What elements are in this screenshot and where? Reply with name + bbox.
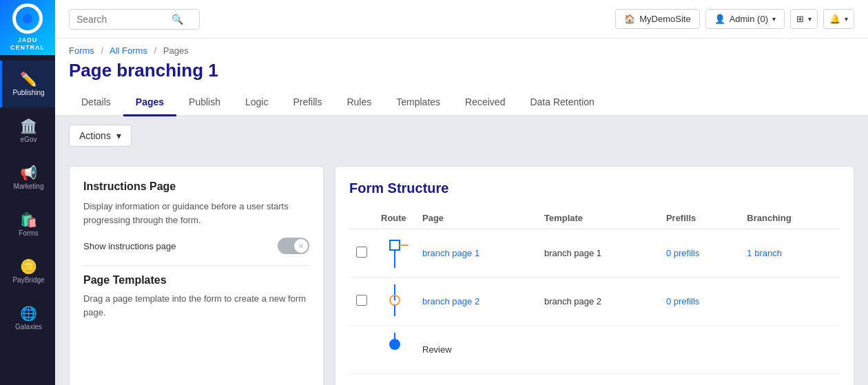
marketing-icon: 📢: [20, 166, 37, 180]
left-panel: Instructions Page Display information or…: [69, 166, 324, 385]
col-page: Page: [415, 207, 537, 229]
show-instructions-toggle[interactable]: ✕: [278, 238, 309, 254]
structure-table: Route Page Template Prefills Branching b…: [349, 207, 840, 374]
svg-rect-0: [390, 240, 400, 250]
galaxies-icon: 🌐: [20, 306, 37, 320]
prefills-cell: 0 prefills: [659, 229, 740, 278]
tab-pages[interactable]: Pages: [123, 90, 176, 116]
toggle-knob: ✕: [294, 239, 308, 253]
admin-dropdown-button[interactable]: 👤 Admin (0) ▾: [705, 9, 785, 29]
site-name-label: MyDemoSite: [639, 14, 690, 24]
row-checkbox-cell: [349, 278, 374, 326]
page-cell: branch page 1: [415, 229, 537, 278]
svg-point-7: [390, 340, 400, 349]
sidebar-item-label: PayBridge: [12, 276, 44, 284]
brand-name: JADU CENTRAL: [10, 37, 45, 52]
breadcrumb-sep: /: [154, 45, 157, 56]
route-diagram-icon: [381, 333, 409, 364]
table-row: branch page 2branch page 20 prefills: [349, 278, 840, 326]
sidebar-item-label: Galaxies: [15, 323, 42, 331]
sidebar-item-publishing[interactable]: ✏️ Publishing: [0, 61, 55, 107]
route-cell: [374, 326, 415, 374]
sidebar-item-egov[interactable]: 🏛️ eGov: [0, 107, 55, 154]
prefills-cell: [659, 326, 740, 374]
sidebar-nav: ✏️ Publishing 🏛️ eGov 📢 Marketing 🛍️ For…: [0, 55, 55, 342]
sidebar-logo[interactable]: JADU CENTRAL: [0, 0, 55, 55]
actions-caret-icon: ▾: [116, 130, 121, 141]
site-selector-button[interactable]: 🏠 MyDemoSite: [615, 9, 699, 29]
grid-menu-button[interactable]: ⊞ ▾: [790, 9, 818, 29]
forms-icon: 🛍️: [20, 213, 37, 227]
page-templates-title: Page Templates: [83, 274, 309, 287]
prefills-link[interactable]: 0 prefills: [666, 248, 699, 258]
sidebar-item-forms[interactable]: 🛍️ Forms: [0, 201, 55, 248]
tab-publish[interactable]: Publish: [176, 90, 233, 116]
notification-button[interactable]: 🔔 ▾: [823, 9, 854, 29]
form-structure-title: Form Structure: [349, 180, 840, 196]
search-input[interactable]: [76, 14, 166, 25]
actions-label: Actions: [79, 130, 111, 141]
breadcrumb-forms-link[interactable]: Forms: [69, 45, 94, 56]
tab-received[interactable]: Received: [453, 90, 517, 116]
branching-cell: [740, 278, 840, 326]
branching-link[interactable]: 1 branch: [747, 248, 782, 258]
table-row: Review: [349, 326, 840, 374]
topbar-right: 🏠 MyDemoSite 👤 Admin (0) ▾ ⊞ ▾ 🔔 ▾: [615, 9, 854, 29]
admin-label: Admin (0): [730, 14, 768, 24]
sidebar-item-label: Forms: [19, 229, 38, 237]
route-diagram-icon: [381, 236, 409, 268]
tab-templates[interactable]: Templates: [384, 90, 453, 116]
chevron-down-icon: ▾: [845, 15, 848, 23]
instructions-desc: Display information or guidance before a…: [83, 200, 309, 227]
logo-inner-circle: [23, 14, 32, 23]
sidebar-item-marketing[interactable]: 📢 Marketing: [0, 154, 55, 201]
sidebar-item-galaxies[interactable]: 🌐 Galaxies: [0, 295, 55, 342]
notification-wrap: 🔔 ▾: [823, 9, 854, 29]
tab-details[interactable]: Details: [69, 90, 123, 116]
template-cell: branch page 2: [537, 278, 659, 326]
prefills-cell: 0 prefills: [659, 278, 740, 326]
page-name: Review: [415, 326, 537, 374]
tab-rules[interactable]: Rules: [334, 90, 384, 116]
search-box[interactable]: 🔍: [69, 9, 200, 30]
tab-logic[interactable]: Logic: [233, 90, 280, 116]
chevron-down-icon: ▾: [808, 15, 812, 23]
page-body: Forms / All Forms / Pages Page branching…: [55, 39, 868, 385]
show-instructions-row: Show instructions page ✕: [83, 238, 309, 254]
panel-divider: [83, 265, 309, 266]
main-content: 🔍 🏠 MyDemoSite 👤 Admin (0) ▾ ⊞ ▾ 🔔 ▾: [55, 0, 868, 385]
row-checkbox[interactable]: [356, 247, 367, 258]
search-icon: 🔍: [172, 14, 183, 25]
col-route: Route: [374, 207, 415, 229]
bell-icon: 🔔: [829, 14, 840, 24]
breadcrumb-allforms-link[interactable]: All Forms: [110, 45, 147, 56]
route-cell: [374, 278, 415, 326]
breadcrumb-current: Pages: [163, 45, 189, 56]
template-cell: [537, 326, 659, 374]
col-template: Template: [537, 207, 659, 229]
tab-prefills[interactable]: Prefills: [280, 90, 334, 116]
sidebar-item-label: eGov: [21, 136, 37, 143]
page-templates-desc: Drag a page template into the form to cr…: [83, 292, 309, 319]
tab-data-retention[interactable]: Data Retention: [517, 90, 606, 116]
topbar: 🔍 🏠 MyDemoSite 👤 Admin (0) ▾ ⊞ ▾ 🔔 ▾: [55, 0, 868, 39]
site-icon: 🏠: [624, 14, 635, 24]
breadcrumb-sep: /: [101, 45, 103, 56]
sidebar-item-paybridge[interactable]: 🪙 PayBridge: [0, 248, 55, 295]
actions-dropdown-button[interactable]: Actions ▾: [69, 125, 132, 147]
sidebar-item-label: Publishing: [12, 89, 44, 96]
egov-icon: 🏛️: [20, 119, 37, 133]
page-link[interactable]: branch page 1: [422, 248, 479, 258]
col-prefills: Prefills: [659, 207, 740, 229]
prefills-link[interactable]: 0 prefills: [666, 296, 699, 306]
show-instructions-label: Show instructions page: [83, 241, 176, 251]
page-link[interactable]: branch page 2: [422, 296, 479, 306]
row-checkbox-cell: [349, 326, 374, 374]
col-branching: Branching: [740, 207, 840, 229]
actions-bar: Actions ▾: [55, 116, 868, 155]
breadcrumb: Forms / All Forms / Pages: [55, 39, 868, 56]
sidebar-item-label: Marketing: [14, 183, 44, 190]
jadu-logo-icon: [12, 3, 43, 34]
row-checkbox[interactable]: [356, 295, 367, 306]
paybridge-icon: 🪙: [20, 260, 37, 273]
